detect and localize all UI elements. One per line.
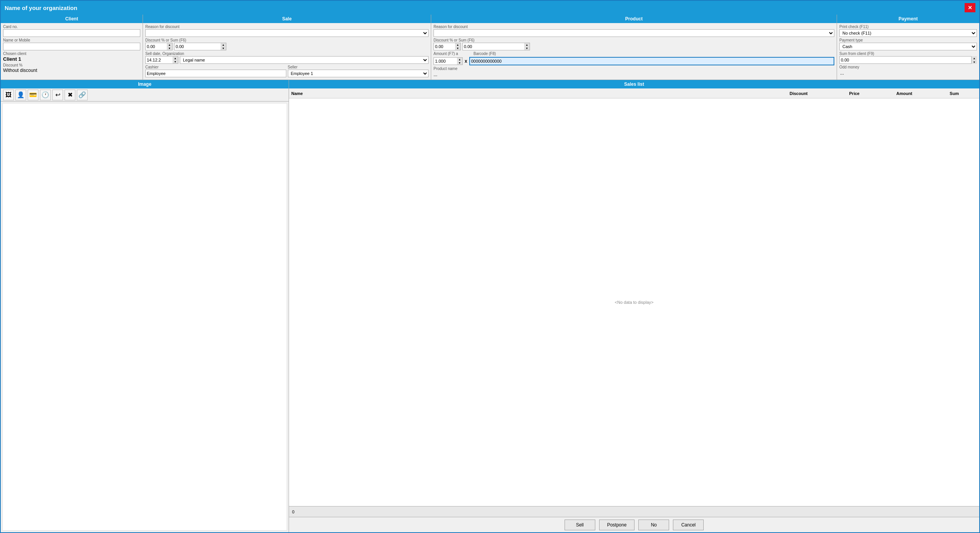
total-value: 0 [292, 510, 294, 514]
col-amount: Amount [879, 91, 929, 96]
chosen-client-value: Client 1 [3, 56, 140, 62]
toolbar-delete-btn[interactable]: ✖ [65, 90, 75, 100]
sales-columns: Name Discount Price Amount Sum [289, 88, 979, 98]
amount-down[interactable]: ▼ [457, 61, 462, 65]
product-discount-down1[interactable]: ▼ [455, 47, 460, 50]
product-discount-down2[interactable]: ▼ [524, 47, 530, 50]
client-section: Client Card no. Name or Mobile Chosen cl… [1, 15, 143, 80]
title-bar: Name of your organization ✕ [1, 1, 979, 15]
sale-reason-discount-select[interactable] [145, 29, 429, 37]
cashier-input[interactable] [145, 70, 286, 77]
sum-from-client-label: Sum from client (F9) [839, 52, 977, 56]
toolbar-image-btn[interactable]: 🖼 [3, 90, 14, 100]
product-discount-up1[interactable]: ▲ [455, 43, 460, 47]
payment-type-select[interactable]: Cash [839, 43, 977, 50]
client-body: Card no. Name or Mobile Chosen client Cl… [1, 23, 143, 80]
discount-pct-field: Discount % Without discount [3, 63, 140, 73]
product-discount-up2[interactable]: ▲ [524, 43, 530, 47]
product-name-label: Product name [434, 67, 834, 71]
toolbar-card-btn[interactable]: 💳 [28, 90, 38, 100]
sale-date-input[interactable] [146, 57, 173, 63]
toolbar-undo-btn[interactable]: ↩ [52, 90, 63, 100]
sell-button[interactable]: Sell [565, 520, 595, 530]
product-discount-input1[interactable] [434, 43, 455, 50]
sale-discount-up1[interactable]: ▲ [167, 43, 172, 47]
product-discount-spinner1: ▲ ▼ [434, 43, 461, 50]
sale-discount-field: Discount % or Sum (F6) ▲ ▼ [145, 38, 429, 50]
odd-money-field: Odd money ... [839, 65, 977, 77]
window-title: Name of your organization [5, 5, 77, 11]
cashier-seller-row: Cashier Seller Employee 1 [145, 65, 429, 77]
sum-from-client-row: ▲ ▼ [839, 56, 977, 64]
sale-date-down[interactable]: ▼ [173, 60, 178, 63]
amount-input[interactable] [434, 58, 457, 65]
chosen-client-label: Chosen client [3, 52, 140, 56]
sale-org-select[interactable]: Legal name [180, 56, 429, 64]
amount-barcode-row: ▲ ▼ x [434, 57, 834, 65]
cancel-button[interactable]: Cancel [673, 520, 704, 530]
postpone-button[interactable]: Postpone [599, 520, 635, 530]
main-area: Image 🖼 👤 💳 🕐 ↩ ✖ 🔗 Sales list Name Disc… [1, 80, 979, 532]
print-check-select[interactable]: No check (F11) [839, 29, 977, 37]
sale-discount-up2[interactable]: ▲ [221, 43, 226, 47]
product-discount-row: ▲ ▼ ▲ ▼ [434, 43, 834, 50]
product-discount-field: Discount % or Sum (F6) ▲ ▼ [434, 38, 834, 50]
sale-discount-down2[interactable]: ▼ [221, 47, 226, 50]
bottom-bar: 0 [289, 506, 979, 517]
sale-discount-spinner1: ▲ ▼ [145, 43, 173, 50]
image-header: Image [1, 80, 289, 88]
sum-from-client-input[interactable] [839, 56, 972, 64]
product-discount-input2[interactable] [463, 43, 524, 50]
product-amount-barcode-labels: Amount (F7) a Barcode (F8) [434, 52, 834, 56]
sum-spinner: ▲ ▼ [972, 56, 977, 64]
cashier-label: Cashier [145, 65, 286, 69]
sale-date-spinner: ▲ ▼ [145, 56, 178, 64]
product-section: Product Reason for discount Discount % o… [431, 15, 837, 80]
product-name-field: Product name ... [434, 67, 834, 78]
col-price: Price [829, 91, 879, 96]
sum-from-client-field: Sum from client (F9) ▲ ▼ [839, 52, 977, 64]
client-header: Client [1, 15, 143, 23]
toolbar-time-btn[interactable]: 🕐 [40, 90, 51, 100]
discount-pct-value: Without discount [3, 68, 140, 73]
action-bar: Sell Postpone No Cancel [289, 517, 979, 532]
card-no-field: Card no. [3, 25, 140, 37]
main-window: Name of your organization ✕ Client Card … [0, 0, 980, 533]
cashier-field: Cashier [145, 65, 286, 77]
card-no-label: Card no. [3, 25, 140, 29]
no-button[interactable]: No [638, 520, 669, 530]
discount-pct-label: Discount % [3, 63, 140, 67]
sale-discount-down1[interactable]: ▼ [167, 47, 172, 50]
sales-list-header: Sales list [289, 80, 979, 88]
print-check-label: Print check (F11) [839, 25, 977, 29]
sum-up[interactable]: ▲ [972, 56, 977, 60]
payment-header: Payment [837, 15, 979, 23]
sale-body: Reason for discount Discount % or Sum (F… [143, 23, 431, 80]
no-data-label: <No data to display> [615, 300, 654, 305]
toolbar-client-btn[interactable]: 👤 [15, 90, 26, 100]
seller-select[interactable]: Employee 1 [288, 70, 429, 77]
barcode-input[interactable] [469, 57, 834, 65]
sale-date-org-field: Sell date, Organization ▲ ▼ Legal name [145, 52, 429, 64]
sale-date-up[interactable]: ▲ [173, 57, 178, 60]
amount-up[interactable]: ▲ [457, 58, 462, 61]
seller-field: Seller Employee 1 [288, 65, 429, 77]
sale-discount-input1[interactable] [146, 43, 167, 50]
payment-section: Payment Print check (F11) No check (F11)… [837, 15, 979, 80]
sale-discount-input2[interactable] [174, 43, 221, 50]
close-button[interactable]: ✕ [965, 3, 975, 12]
product-discount-label: Discount % or Sum (F6) [434, 38, 834, 42]
sum-down[interactable]: ▼ [972, 60, 977, 64]
col-sum: Sum [929, 91, 979, 96]
name-mobile-label: Name or Mobile [3, 38, 140, 42]
product-header: Product [431, 15, 837, 23]
product-body: Reason for discount Discount % or Sum (F… [431, 23, 837, 80]
product-name-value: ... [434, 71, 834, 78]
name-mobile-input[interactable] [3, 43, 140, 50]
card-no-input[interactable] [3, 29, 140, 37]
sale-date-org-row: ▲ ▼ Legal name [145, 56, 429, 64]
toolbar-link-btn[interactable]: 🔗 [77, 90, 88, 100]
product-reason-discount-select[interactable] [434, 29, 834, 37]
barcode-label: Barcode (F8) [473, 52, 834, 56]
image-area [2, 103, 287, 531]
